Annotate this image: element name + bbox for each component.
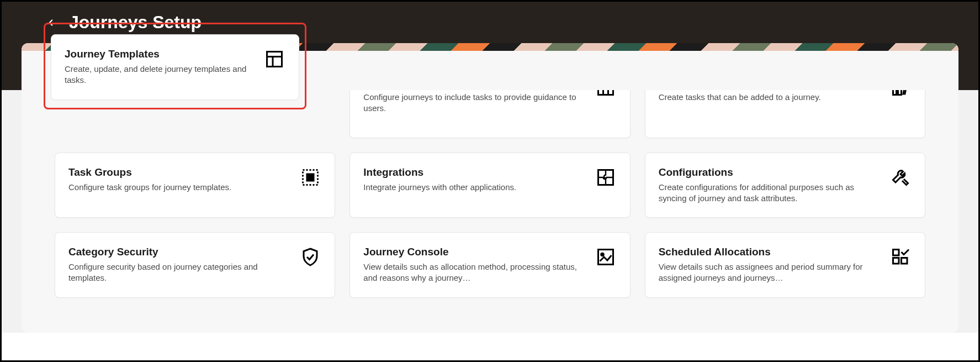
- puzzle-icon: [595, 166, 617, 188]
- card-scheduled-allocations[interactable]: Scheduled Allocations View details such …: [645, 232, 925, 298]
- card-journey-templates[interactable]: Journey Templates Create, update, and de…: [51, 34, 299, 100]
- card-title: Journey Console: [363, 246, 584, 258]
- card-desc: Configure journeys to include tasks to p…: [363, 92, 584, 114]
- svg-rect-0: [267, 52, 282, 67]
- card-category-security[interactable]: Category Security Configure security bas…: [55, 232, 335, 298]
- card-desc: Integrate journeys with other applicatio…: [363, 182, 584, 193]
- card-desc: Create tasks that can be added to a jour…: [659, 92, 880, 103]
- card-title: Journey Templates: [65, 48, 253, 60]
- card-desc: View details such as allocation method, …: [363, 261, 584, 284]
- card-title: Integrations: [363, 166, 584, 179]
- grid-check-icon: [889, 246, 912, 268]
- shield-check-icon: [299, 246, 321, 268]
- setup-card-grid: Journey Templates Create, update, and de…: [55, 62, 925, 298]
- card-task-groups[interactable]: Task Groups Configure task groups for jo…: [55, 153, 335, 218]
- card-configurations[interactable]: Configurations Create configurations for…: [645, 153, 925, 218]
- card-desc: Create, update, and delete journey templ…: [65, 64, 253, 86]
- card-desc: View details such as assignees and perio…: [659, 261, 880, 284]
- select-all-icon: [299, 166, 321, 188]
- svg-point-13: [601, 253, 603, 256]
- card-title: Scheduled Allocations: [659, 246, 880, 258]
- card-title: Category Security: [68, 246, 289, 258]
- card-integrations[interactable]: Integrations Integrate journeys with oth…: [349, 153, 630, 218]
- svg-rect-10: [307, 174, 314, 181]
- highlight-journey-templates: Journey Templates Create, update, and de…: [44, 23, 306, 109]
- card-desc: Configure security based on journey cate…: [68, 261, 289, 284]
- svg-rect-14: [893, 258, 899, 264]
- svg-rect-15: [902, 258, 908, 264]
- card-title: Configurations: [659, 166, 880, 179]
- card-journey-console[interactable]: Journey Console View details such as all…: [349, 232, 630, 298]
- card-title: Task Groups: [68, 166, 289, 179]
- layout-icon: [263, 48, 285, 70]
- card-desc: Configure task groups for journey templa…: [68, 182, 289, 193]
- svg-rect-16: [893, 250, 899, 256]
- analytics-icon: [595, 246, 617, 268]
- tools-icon: [889, 166, 912, 188]
- card-desc: Create configurations for additional pur…: [659, 182, 880, 204]
